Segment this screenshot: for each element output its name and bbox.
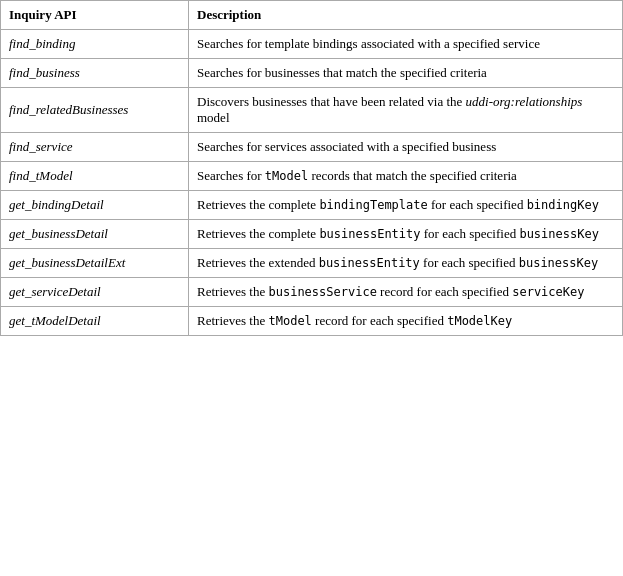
table-row: get_serviceDetailRetrieves the businessS… — [1, 278, 623, 307]
code-span: businessKey — [519, 256, 598, 270]
col-header-api: Inquiry API — [1, 1, 189, 30]
italic-span: uddi-org:relationships — [466, 94, 583, 109]
table-row: get_businessDetailRetrieves the complete… — [1, 220, 623, 249]
description-cell: Searches for businesses that match the s… — [189, 59, 623, 88]
code-span: tModel — [265, 169, 308, 183]
code-span: businessEntity — [319, 256, 420, 270]
api-name-cell: find_relatedBusinesses — [1, 88, 189, 133]
api-name-cell: get_businessDetail — [1, 220, 189, 249]
code-span: serviceKey — [512, 285, 584, 299]
code-span: tModel — [268, 314, 311, 328]
table-row: find_bindingSearches for template bindin… — [1, 30, 623, 59]
description-cell: Retrieves the complete businessEntity fo… — [189, 220, 623, 249]
code-span: bindingKey — [527, 198, 599, 212]
code-span: tModelKey — [447, 314, 512, 328]
api-name-cell: get_tModelDetail — [1, 307, 189, 336]
code-span: bindingTemplate — [319, 198, 427, 212]
col-header-description: Description — [189, 1, 623, 30]
description-cell: Retrieves the businessService record for… — [189, 278, 623, 307]
api-name-cell: get_serviceDetail — [1, 278, 189, 307]
table-row: find_relatedBusinessesDiscovers business… — [1, 88, 623, 133]
api-name-cell: find_tModel — [1, 162, 189, 191]
code-span: businessEntity — [319, 227, 420, 241]
api-name-cell: get_businessDetailExt — [1, 249, 189, 278]
description-cell: Discovers businesses that have been rela… — [189, 88, 623, 133]
description-cell: Retrieves the complete bindingTemplate f… — [189, 191, 623, 220]
inquiry-api-table: Inquiry API Description find_bindingSear… — [0, 0, 623, 336]
description-cell: Searches for services associated with a … — [189, 133, 623, 162]
table-row: find_serviceSearches for services associ… — [1, 133, 623, 162]
api-name-cell: get_bindingDetail — [1, 191, 189, 220]
api-name-cell: find_binding — [1, 30, 189, 59]
table-row: find_businessSearches for businesses tha… — [1, 59, 623, 88]
api-name-cell: find_business — [1, 59, 189, 88]
api-name-cell: find_service — [1, 133, 189, 162]
description-cell: Searches for tModel records that match t… — [189, 162, 623, 191]
table-row: get_businessDetailExtRetrieves the exten… — [1, 249, 623, 278]
code-span: businessKey — [519, 227, 598, 241]
description-cell: Retrieves the tModel record for each spe… — [189, 307, 623, 336]
table-row: get_tModelDetailRetrieves the tModel rec… — [1, 307, 623, 336]
code-span: businessService — [268, 285, 376, 299]
description-cell: Searches for template bindings associate… — [189, 30, 623, 59]
table-row: get_bindingDetailRetrieves the complete … — [1, 191, 623, 220]
description-cell: Retrieves the extended businessEntity fo… — [189, 249, 623, 278]
table-row: find_tModelSearches for tModel records t… — [1, 162, 623, 191]
